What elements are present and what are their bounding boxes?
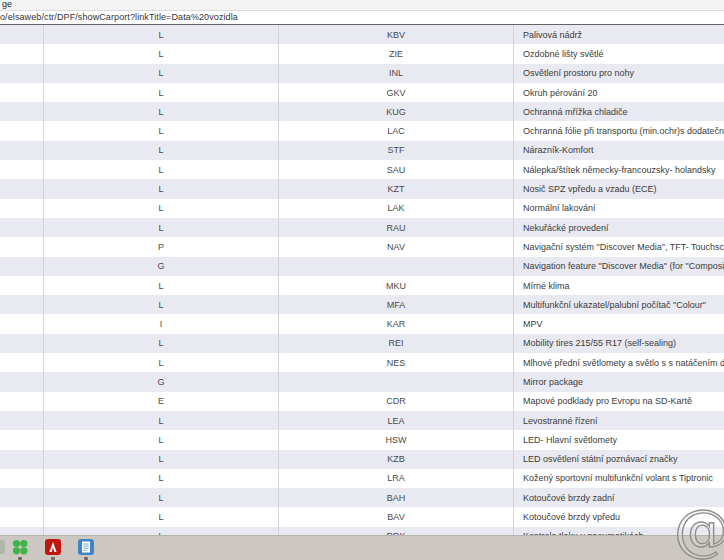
row-code: KZB: [279, 450, 514, 469]
row-description: Ozdobné lišty světlé: [514, 44, 724, 63]
row-flag: L: [44, 25, 279, 44]
table-row[interactable]: LKUGOchranná mřížka chladiče: [0, 102, 724, 121]
row-description: Okruh pérování 20: [514, 83, 724, 102]
row-cell-blank: [0, 237, 44, 256]
row-cell-blank: [0, 257, 44, 276]
row-cell-blank: [0, 430, 44, 449]
row-code: LEA: [279, 411, 514, 430]
row-description: Navigation feature "Discover Media" (for…: [514, 257, 724, 276]
running-indicator: [84, 557, 88, 560]
row-code: STF: [279, 141, 514, 160]
table-row[interactable]: LLAKNormální lakování: [0, 199, 724, 218]
row-description: Kotoučové brzdy vpředu: [514, 507, 724, 526]
table-row[interactable]: GMirror package: [0, 372, 724, 391]
row-cell-blank: [0, 334, 44, 353]
table-row[interactable]: LNESMlhové přední světlomety a světlo s …: [0, 353, 724, 372]
row-cell-blank: [0, 372, 44, 391]
row-flag: L: [44, 121, 279, 140]
row-flag: L: [44, 141, 279, 160]
row-code: RAU: [279, 218, 514, 237]
table-row[interactable]: IKARMPV: [0, 314, 724, 333]
url-bar[interactable]: o/elsaweb/ctr/DPF/showCarport?linkTitle=…: [0, 11, 724, 25]
row-code: [279, 257, 514, 276]
row-code: KAR: [279, 314, 514, 333]
table-row[interactable]: LREIMobility tires 215/55 R17 (self-seal…: [0, 334, 724, 353]
row-description: Kotoučové brzdy zadní: [514, 488, 724, 507]
table-row[interactable]: LHSWLED- Hlavní světlomety: [0, 430, 724, 449]
row-flag: L: [44, 83, 279, 102]
row-flag: I: [44, 314, 279, 333]
row-code: KZT: [279, 179, 514, 198]
app-grid-icon[interactable]: [11, 538, 29, 556]
row-cell-blank: [0, 83, 44, 102]
table-row[interactable]: LKBVPalivová nádrž: [0, 25, 724, 44]
row-cell-blank: [0, 314, 44, 333]
row-cell-blank: [0, 392, 44, 411]
row-cell-blank: [0, 64, 44, 83]
taskbar: [0, 535, 724, 560]
row-description: Ochranná mřížka chladiče: [514, 102, 724, 121]
row-description: Nálepka/štítek německy-francouzsky- hola…: [514, 160, 724, 179]
row-description: Multifunkční ukazatel/palubní počítač "C…: [514, 295, 724, 314]
vehicle-data-table: LKBVPalivová nádržLZIEOzdobné lišty svět…: [0, 25, 724, 536]
document-icon[interactable]: [77, 538, 95, 556]
table-row[interactable]: LSTFNárazník-Komfort: [0, 141, 724, 160]
row-code: ZIE: [279, 44, 514, 63]
table-row[interactable]: LLACOchranná fólie při transportu (min.o…: [0, 121, 724, 140]
row-flag: L: [44, 160, 279, 179]
row-code: LRA: [279, 469, 514, 488]
table-row[interactable]: LZIEOzdobné lišty světlé: [0, 44, 724, 63]
row-flag: L: [44, 507, 279, 526]
row-cell-blank: [0, 179, 44, 198]
running-indicator: [51, 557, 55, 560]
row-flag: L: [44, 199, 279, 218]
table-row[interactable]: LMKUMírné klima: [0, 276, 724, 295]
table-row[interactable]: LINLOsvětlení prostoru pro nohy: [0, 64, 724, 83]
row-description: Mobility tires 215/55 R17 (self-sealing): [514, 334, 724, 353]
row-description: Mírné klima: [514, 276, 724, 295]
table-row[interactable]: LBAVKotoučové brzdy vpředu: [0, 507, 724, 526]
row-description: MPV: [514, 314, 724, 333]
url-text: o/elsaweb/ctr/DPF/showCarport?linkTitle=…: [0, 12, 238, 22]
row-flag: L: [44, 334, 279, 353]
table-row[interactable]: LKZBLED osvětlení státní poznávací značk…: [0, 450, 724, 469]
row-code: MFA: [279, 295, 514, 314]
row-cell-blank: [0, 507, 44, 526]
row-code: SAU: [279, 160, 514, 179]
table-row[interactable]: LBAHKotoučové brzdy zadní: [0, 488, 724, 507]
row-cell-blank: [0, 160, 44, 179]
table-row[interactable]: LKZTNosič SPZ vpředu a vzadu (ECE): [0, 179, 724, 198]
row-description: Mlhové přední světlomety a světlo s s na…: [514, 353, 724, 372]
row-flag: L: [44, 218, 279, 237]
table-row[interactable]: GNavigation feature "Discover Media" (fo…: [0, 257, 724, 276]
row-description: Nosič SPZ vpředu a vzadu (ECE): [514, 179, 724, 198]
row-flag: E: [44, 392, 279, 411]
row-description: Navigační systém "Discover Media", TFT- …: [514, 237, 724, 256]
row-cell-blank: [0, 450, 44, 469]
table-row[interactable]: LGKVOkruh pérování 20: [0, 83, 724, 102]
table-row[interactable]: LRAUNekuřácké provedení: [0, 218, 724, 237]
row-flag: G: [44, 372, 279, 391]
row-cell-blank: [0, 141, 44, 160]
row-description: Palivová nádrž: [514, 25, 724, 44]
tab-label[interactable]: ge: [2, 0, 12, 9]
table-row[interactable]: LSAUNálepka/štítek německy-francouzsky- …: [0, 160, 724, 179]
table-row[interactable]: PNAVNavigační systém "Discover Media", T…: [0, 237, 724, 256]
row-flag: L: [44, 488, 279, 507]
row-description: Kožený sportovní multifunkční volant s T…: [514, 469, 724, 488]
table-row[interactable]: LLRAKožený sportovní multifunkční volant…: [0, 469, 724, 488]
row-description: Mapové podklady pro Evropu na SD-Kartě: [514, 392, 724, 411]
table-row[interactable]: ECDRMapové podklady pro Evropu na SD-Kar…: [0, 392, 724, 411]
row-code: MKU: [279, 276, 514, 295]
row-code: LAK: [279, 199, 514, 218]
row-code: KBV: [279, 25, 514, 44]
row-flag: L: [44, 179, 279, 198]
row-description: Normální lakování: [514, 199, 724, 218]
pdf-icon[interactable]: [44, 538, 62, 556]
row-cell-blank: [0, 353, 44, 372]
table-row[interactable]: LLEALevostranné řízení: [0, 411, 724, 430]
row-description: Osvětlení prostoru pro nohy: [514, 64, 724, 83]
row-flag: L: [44, 450, 279, 469]
table-row[interactable]: LMFAMultifunkční ukazatel/palubní počíta…: [0, 295, 724, 314]
row-code: BAV: [279, 507, 514, 526]
